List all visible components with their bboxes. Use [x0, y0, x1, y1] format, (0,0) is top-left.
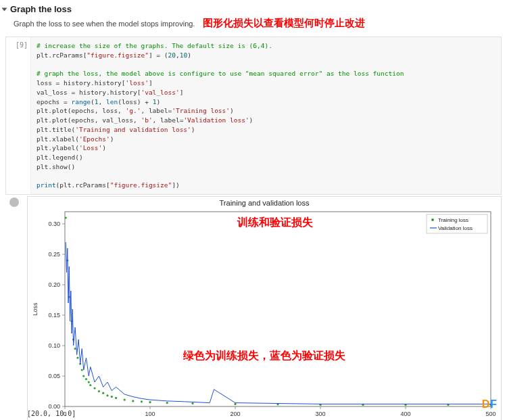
svg-point-38: [81, 369, 83, 371]
svg-text:Training loss: Training loss: [438, 217, 468, 223]
section-header[interactable]: Graph the loss: [0, 0, 507, 16]
watermark: DF: [482, 398, 498, 411]
svg-point-41: [88, 381, 90, 383]
svg-text:0.30: 0.30: [48, 220, 60, 227]
svg-point-53: [166, 402, 168, 404]
description-cn: 图形化损失以查看模型何时停止改进: [203, 17, 365, 28]
svg-rect-0: [65, 212, 491, 406]
code-cell[interactable]: [9] # increase the size of the graphs. T…: [5, 37, 502, 195]
svg-point-52: [149, 401, 151, 403]
svg-text:100: 100: [145, 411, 155, 417]
svg-text:0.25: 0.25: [48, 251, 60, 258]
watermark-d: D: [482, 398, 491, 410]
chart-container: Training and validation loss010020030040…: [27, 196, 502, 420]
svg-point-47: [111, 396, 113, 398]
code-editor[interactable]: # increase the size of the graphs. The d…: [30, 37, 501, 194]
stdout-text: [20.0, 10.0]: [27, 410, 76, 417]
svg-point-39: [82, 375, 84, 377]
svg-point-45: [102, 392, 104, 394]
svg-text:200: 200: [230, 411, 240, 417]
section-description: Graph the loss to see when the model sto…: [0, 16, 507, 34]
loss-chart: Training and validation loss010020030040…: [28, 197, 501, 420]
svg-text:300: 300: [315, 411, 325, 417]
svg-point-49: [124, 399, 126, 401]
svg-point-35: [74, 348, 76, 350]
svg-text:Validation loss: Validation loss: [438, 225, 473, 231]
cell-prompt: [9]: [6, 37, 30, 194]
svg-text:400: 400: [400, 411, 410, 417]
collapse-icon[interactable]: [2, 7, 7, 11]
section-title: Graph the loss: [10, 4, 72, 14]
svg-point-54: [191, 402, 193, 404]
svg-text:500: 500: [485, 411, 496, 417]
svg-text:0.05: 0.05: [48, 373, 60, 379]
output-icon[interactable]: [9, 197, 19, 207]
svg-point-43: [94, 388, 96, 390]
svg-text:Loss: Loss: [32, 302, 39, 316]
svg-point-48: [115, 397, 117, 399]
svg-point-42: [89, 384, 91, 386]
watermark-f: F: [490, 398, 498, 410]
output-area: Training and validation loss010020030040…: [5, 196, 502, 420]
svg-text:0.10: 0.10: [48, 342, 60, 349]
svg-point-30: [65, 217, 67, 219]
svg-point-50: [132, 400, 134, 402]
svg-text:0.15: 0.15: [48, 312, 60, 319]
description-en: Graph the loss to see when the model sto…: [14, 20, 195, 28]
svg-text:0.20: 0.20: [48, 281, 60, 288]
svg-point-46: [106, 394, 108, 396]
svg-point-36: [76, 357, 78, 359]
svg-point-40: [85, 378, 87, 380]
svg-point-63: [431, 218, 434, 221]
svg-text:0.00: 0.00: [48, 403, 60, 410]
svg-text:Training and validation loss: Training and validation loss: [220, 199, 310, 207]
svg-point-44: [98, 390, 100, 392]
svg-point-55: [234, 403, 236, 405]
svg-point-51: [141, 400, 143, 402]
